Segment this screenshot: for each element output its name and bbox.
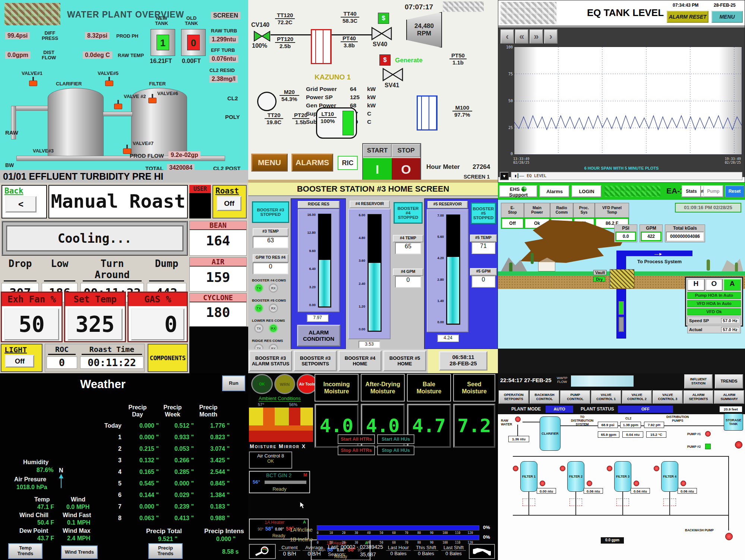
condenser-hx[interactable] [417, 95, 438, 130]
nav-booster4-home[interactable]: BOOSTER #4 HOME [338, 350, 382, 371]
magnifier-button[interactable] [249, 544, 276, 559]
wind-trends-button[interactable]: Wind Trends [61, 545, 98, 559]
stop-all-htrs-button[interactable]: Stop All HTRs [338, 446, 375, 455]
set-temp-value[interactable]: 325 [67, 308, 123, 340]
alarm-banner[interactable]: 01/01 EFFLUENT TURBIDITY PRE HI [0, 170, 248, 183]
valve1-icon[interactable] [29, 77, 37, 86]
nav-backwash-control[interactable]: BACKWASH CONTROL [530, 390, 560, 404]
nav-valve-control-1[interactable]: VALVE CONTROL 1 [591, 390, 621, 404]
pen-legend[interactable]: ▮┃—— EQ LEVEL [511, 172, 742, 180]
plant-status-value[interactable]: OFF [618, 406, 673, 413]
influent-station-button[interactable]: INFLUENT STATION [684, 374, 713, 388]
nav-alarm-status[interactable]: BOOSTER #3 ALARM STATUS [249, 350, 292, 371]
valve6-icon[interactable] [148, 94, 157, 103]
roast-toggle-button[interactable]: Off [217, 196, 242, 211]
run-button[interactable]: Run [222, 375, 245, 391]
valve2-icon[interactable] [114, 100, 122, 109]
nav-valve-control-3[interactable]: VALVE CONTROL 3 [653, 390, 683, 404]
page-right-icon[interactable]: » [530, 29, 543, 44]
pump-button[interactable]: Pump [703, 185, 723, 197]
auto-button[interactable]: A [723, 279, 741, 291]
filter3-tank[interactable]: FILTER 3 [614, 461, 631, 492]
nav-booster5-home[interactable]: BOOSTER #5 HOME [383, 350, 426, 371]
ric-button[interactable]: RIC [338, 156, 358, 170]
pump2-icon[interactable] [705, 444, 711, 449]
trends-button[interactable]: TRENDS [715, 374, 743, 388]
pen-dropdown-icon[interactable]: ▼ [500, 172, 509, 180]
menu-button[interactable]: MENU [711, 11, 743, 23]
raw-water-pump-icon[interactable] [515, 416, 521, 422]
pressure-value: 1018.0 hPa [16, 484, 47, 491]
alarm-reset-button[interactable]: ALARM RESET [667, 11, 708, 23]
filter3-pump-icon[interactable] [634, 481, 639, 486]
temp-trends-button[interactable]: Temp Trends [8, 543, 42, 559]
lt10-vessel[interactable]: LT10100% [316, 107, 357, 139]
nav-alarm-summary[interactable]: ALARM SUMMARY [714, 390, 744, 404]
filter3-valve-icon[interactable] [607, 466, 612, 471]
settings-button[interactable] [469, 544, 495, 559]
pump1-icon[interactable] [705, 431, 711, 437]
cv140-valve-icon[interactable] [253, 31, 271, 42]
start-all-hus-button[interactable]: Start All HUs [377, 434, 414, 444]
cell: 0.144 " [121, 492, 159, 498]
stop-button[interactable]: O [392, 158, 420, 181]
clarifier-vessel[interactable] [48, 88, 104, 159]
evaporator-hx[interactable] [311, 29, 332, 64]
start-all-htrs-button[interactable]: Start All HTRs [338, 434, 375, 444]
cell: 0.239 " [159, 503, 194, 510]
nav-valve-control-2[interactable]: VALVE CONTROL 2 [622, 390, 652, 404]
stats-button[interactable]: Stats [682, 185, 701, 197]
off-button[interactable]: O [705, 279, 723, 291]
backwash-gpm: 0.0 gpm [601, 537, 624, 544]
components-button[interactable]: COMPONENTS [148, 344, 188, 372]
nav-pump-control[interactable]: PUMP CONTROL [560, 390, 590, 404]
filter1-valve-icon[interactable] [513, 466, 518, 471]
nav-alarm-setpoints[interactable]: ALARM SETPOINTS [684, 390, 714, 404]
new-tank[interactable]: 1 [151, 29, 175, 56]
sv41-valve-icon[interactable] [382, 68, 403, 81]
alarms-button[interactable]: ALARMS [291, 154, 333, 172]
menu-button[interactable]: MENU [251, 154, 288, 172]
nav-operation-setpoints[interactable]: OPERATION SETPOINTS [499, 390, 529, 404]
sv40-valve-icon[interactable] [371, 27, 392, 40]
gas-value[interactable]: 0 [131, 308, 184, 340]
alarm-condition-button[interactable]: ALARM CONDITION [297, 325, 340, 346]
old-tank[interactable]: 0 [181, 29, 206, 56]
exh-fan-value[interactable]: 50 [4, 308, 59, 340]
valve5-icon[interactable] [105, 77, 113, 86]
speed-sp-value[interactable]: 57.0 Hz [721, 318, 739, 323]
screen-button[interactable]: SCREEN [211, 12, 240, 19]
nav-setpoints[interactable]: BOOSTER #3 SETPOINTS [294, 350, 337, 371]
precip-trends-button[interactable]: Precip Trends [148, 543, 183, 559]
start-button[interactable]: I [363, 158, 392, 181]
clarifier-tank[interactable]: CLARIFIER [540, 416, 561, 451]
filter2-tank[interactable]: FILTER 2 [567, 461, 584, 492]
reset-button[interactable]: Reset [725, 185, 744, 197]
filter2-pump-icon[interactable] [587, 481, 592, 486]
filter1-pump-icon[interactable] [540, 481, 545, 486]
hand-button[interactable]: H [687, 279, 705, 291]
scroll-right-icon[interactable]: › [544, 29, 558, 44]
bct-gin-module[interactable]: BCT GIN 2 M 56° Ready [249, 471, 310, 493]
back-button[interactable]: < [5, 196, 37, 213]
plant-mode-value[interactable]: AUTO [546, 406, 573, 413]
backwash-pump-icon[interactable] [725, 533, 733, 540]
page-left-icon[interactable]: « [515, 29, 528, 44]
ehs-support-button[interactable]: EHS Support [499, 185, 537, 197]
filter4-tank[interactable]: FILTER 4 [661, 461, 678, 492]
login-button[interactable]: LOGIN [572, 185, 602, 197]
filter1-tank[interactable]: FILTER 1 [520, 461, 537, 492]
filter4-valve-icon[interactable] [654, 466, 659, 471]
compass-north-label: N [59, 467, 63, 474]
filter4-pump-icon[interactable] [681, 481, 686, 486]
air-control-box[interactable]: Air Control 8 OK [249, 452, 292, 469]
turbine[interactable]: 24,480 RPM [406, 12, 442, 48]
compressor-icon[interactable] [257, 92, 277, 111]
filter2-valve-icon[interactable] [560, 466, 565, 471]
alarms-button[interactable]: Alarms [540, 185, 569, 197]
light-toggle-button[interactable]: Off [5, 355, 34, 368]
plot-area[interactable] [514, 47, 742, 155]
storage-tank[interactable]: STORAGE TANK [724, 413, 743, 431]
scroll-left-icon[interactable]: ‹ [501, 29, 514, 44]
stop-all-hus-button[interactable]: Stop All HUs [377, 446, 414, 455]
